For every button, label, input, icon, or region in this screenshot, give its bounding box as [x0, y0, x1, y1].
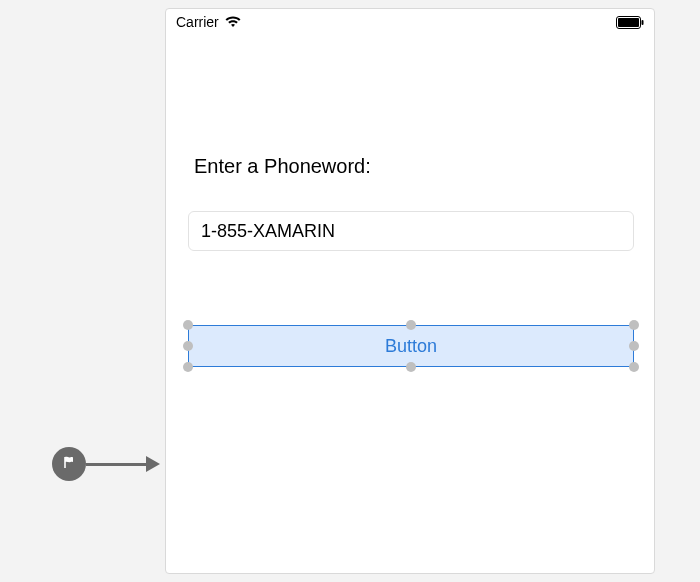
- svg-rect-1: [618, 18, 639, 27]
- arrow-shaft: [86, 463, 146, 466]
- translate-button[interactable]: Button: [188, 325, 634, 367]
- arrow-origin-circle: [52, 447, 86, 481]
- phoneword-title: Enter a Phoneword:: [194, 155, 371, 178]
- resize-handle-bottom-right[interactable]: [629, 362, 639, 372]
- resize-handle-bottom-middle[interactable]: [406, 362, 416, 372]
- carrier-label: Carrier: [176, 14, 219, 30]
- button-label: Button: [385, 336, 437, 357]
- status-bar-left: Carrier: [176, 14, 241, 30]
- resize-handle-bottom-left[interactable]: [183, 362, 193, 372]
- device-frame: Carrier Enter a Phoneword: Button: [165, 8, 655, 574]
- status-bar: Carrier: [166, 9, 654, 35]
- arrow-head-icon: [146, 456, 160, 472]
- phoneword-input[interactable]: [188, 211, 634, 251]
- resize-handle-middle-right[interactable]: [629, 341, 639, 351]
- battery-icon: [616, 16, 644, 29]
- flag-icon: [62, 455, 76, 473]
- svg-rect-2: [642, 20, 644, 25]
- annotation-arrow: [52, 447, 160, 481]
- button-selection[interactable]: Button: [188, 325, 634, 367]
- resize-handle-top-middle[interactable]: [406, 320, 416, 330]
- resize-handle-top-right[interactable]: [629, 320, 639, 330]
- resize-handle-top-left[interactable]: [183, 320, 193, 330]
- wifi-icon: [225, 16, 241, 28]
- resize-handle-middle-left[interactable]: [183, 341, 193, 351]
